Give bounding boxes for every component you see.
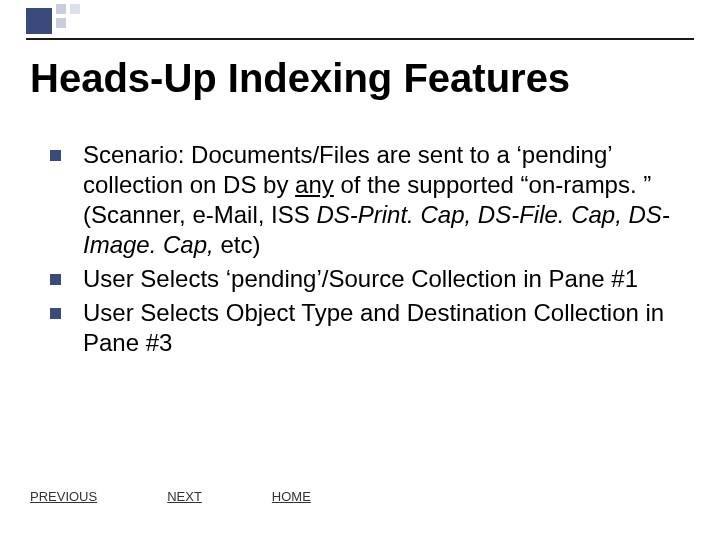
bullet-list: Scenario: Documents/Files are sent to a … [50, 140, 690, 362]
square-icon [56, 18, 66, 28]
corner-decoration [0, 0, 140, 42]
square-icon [26, 8, 52, 34]
square-icon [56, 4, 66, 14]
list-item-text: Scenario: Documents/Files are sent to a … [83, 140, 690, 260]
list-item-text: User Selects ‘pending’/Source Collection… [83, 264, 690, 294]
home-link[interactable]: HOME [272, 489, 311, 504]
text-run: User Selects ‘pending’/Source Collection… [83, 265, 638, 292]
text-underline: any [295, 171, 334, 198]
nav-links: PREVIOUS NEXT HOME [30, 489, 311, 504]
bullet-icon [50, 274, 61, 285]
text-run: etc) [214, 231, 261, 258]
bullet-icon [50, 308, 61, 319]
text-run: User Selects Object Type and Destination… [83, 299, 664, 356]
list-item: User Selects ‘pending’/Source Collection… [50, 264, 690, 294]
bullet-icon [50, 150, 61, 161]
divider [26, 38, 694, 40]
list-item: Scenario: Documents/Files are sent to a … [50, 140, 690, 260]
list-item: User Selects Object Type and Destination… [50, 298, 690, 358]
previous-link[interactable]: PREVIOUS [30, 489, 97, 504]
page-title: Heads-Up Indexing Features [30, 56, 570, 101]
next-link[interactable]: NEXT [167, 489, 202, 504]
square-icon [70, 4, 80, 14]
list-item-text: User Selects Object Type and Destination… [83, 298, 690, 358]
